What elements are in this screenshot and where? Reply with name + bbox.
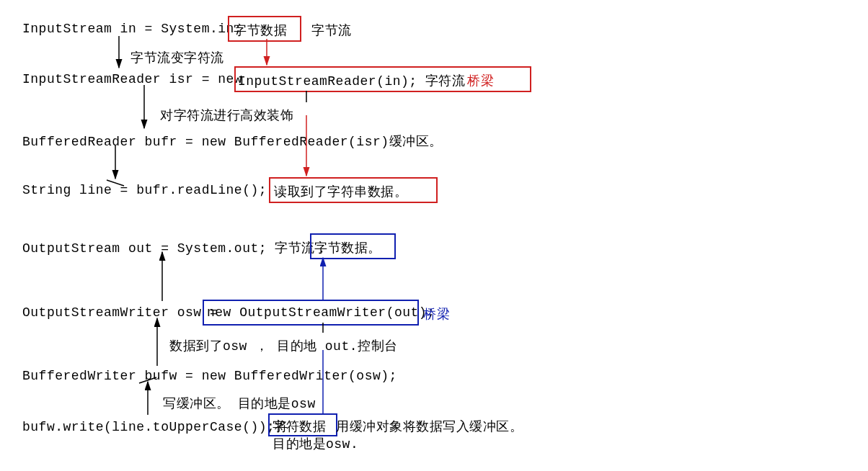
read-string-label: 读取到了字符串数据。 [274,183,407,200]
diagram-canvas: InputStream in = System.in; 字节数据 字节流 字节流… [0,0,868,471]
isr-lhs: InputStreamReader isr = new [22,72,242,86]
byte-stream-label: 字节流 [311,22,352,39]
byte-data2-label: 字节数据。 [314,239,381,256]
readline-call: String line = bufr.readLine(); [22,183,267,197]
byte-to-char-label: 字节流变字符流 [130,49,224,66]
out-decl: OutputStream out = System.out; 字节流， [22,239,328,256]
dest-osw-label: 目的地是osw. [273,435,358,452]
write-call-post: 用缓冲对象将数据写入缓冲区。 [336,418,523,435]
bridge-label-1: 桥梁 [467,72,494,89]
write-buffer-label: 写缓冲区。 目的地是osw [163,395,316,412]
write-call-pre: bufw.write(line.toUpperCase());将 [22,418,288,435]
byte-data-label: 字节数据 [234,22,287,39]
data-to-osw-label: 数据到了osw ， 目的地 out.控制台 [169,337,398,354]
decorate-label: 对字符流进行高效装饰 [160,107,293,124]
osw-rhs: new OutputStreamWriter(out); [207,305,435,320]
char-data-label: 字符数据 [273,418,326,435]
bridge-label-2: 桥梁 [423,305,450,323]
in-decl: InputStream in = System.in; [22,22,242,36]
bufw-decl: BufferedWriter bufw = new BufferedWriter… [22,369,397,383]
isr-rhs: InputStreamReader(in); 字符流 [238,72,465,89]
osw-lhs: OutputStreamWriter osw = [22,305,218,320]
bufr-decl: BufferedReader bufr = new BufferedReader… [22,133,443,150]
